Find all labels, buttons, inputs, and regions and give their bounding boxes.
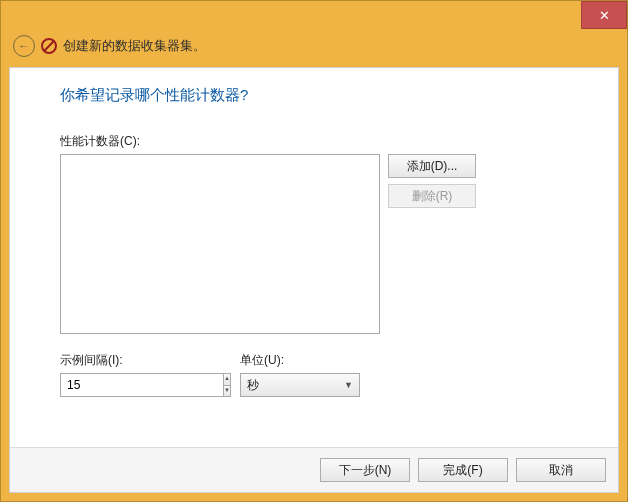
spinner-down[interactable]: ▼ bbox=[223, 385, 231, 398]
footer: 下一步(N) 完成(F) 取消 bbox=[10, 447, 618, 492]
back-button[interactable]: ← bbox=[13, 35, 35, 57]
content-body: 你希望记录哪个性能计数器? 性能计数器(C): 添加(D)... 删除(R) 示… bbox=[10, 68, 618, 447]
close-button[interactable]: ✕ bbox=[581, 1, 627, 29]
back-arrow-icon: ← bbox=[18, 39, 30, 53]
titlebar: ✕ bbox=[1, 1, 627, 29]
interval-spinner: ▲ ▼ bbox=[60, 373, 200, 397]
next-button[interactable]: 下一步(N) bbox=[320, 458, 410, 482]
deny-icon bbox=[41, 38, 57, 54]
wizard-title: 创建新的数据收集器集。 bbox=[63, 37, 206, 55]
content-panel: 你希望记录哪个性能计数器? 性能计数器(C): 添加(D)... 删除(R) 示… bbox=[9, 67, 619, 493]
chevron-down-icon: ▼ bbox=[344, 380, 353, 390]
counters-label: 性能计数器(C): bbox=[60, 133, 568, 150]
counters-row: 添加(D)... 删除(R) bbox=[60, 154, 568, 334]
remove-button: 删除(R) bbox=[388, 184, 476, 208]
header-row: ← 创建新的数据收集器集。 bbox=[1, 29, 627, 67]
interval-row: 示例间隔(I): ▲ ▼ 单位(U): 秒 ▼ bbox=[60, 352, 568, 397]
interval-label: 示例间隔(I): bbox=[60, 352, 200, 369]
counters-button-column: 添加(D)... 删除(R) bbox=[388, 154, 476, 208]
unit-select[interactable]: 秒 ▼ bbox=[240, 373, 360, 397]
wizard-window: ✕ ← 创建新的数据收集器集。 你希望记录哪个性能计数器? 性能计数器(C): … bbox=[0, 0, 628, 502]
counters-listbox[interactable] bbox=[60, 154, 380, 334]
unit-label: 单位(U): bbox=[240, 352, 360, 369]
add-button[interactable]: 添加(D)... bbox=[388, 154, 476, 178]
spinner-buttons: ▲ ▼ bbox=[223, 373, 231, 397]
finish-button[interactable]: 完成(F) bbox=[418, 458, 508, 482]
unit-value: 秒 bbox=[247, 377, 259, 394]
interval-column: 示例间隔(I): ▲ ▼ bbox=[60, 352, 200, 397]
spinner-up[interactable]: ▲ bbox=[223, 373, 231, 385]
page-heading: 你希望记录哪个性能计数器? bbox=[60, 86, 568, 105]
unit-column: 单位(U): 秒 ▼ bbox=[240, 352, 360, 397]
close-icon: ✕ bbox=[599, 8, 610, 23]
interval-input[interactable] bbox=[60, 373, 223, 397]
cancel-button[interactable]: 取消 bbox=[516, 458, 606, 482]
